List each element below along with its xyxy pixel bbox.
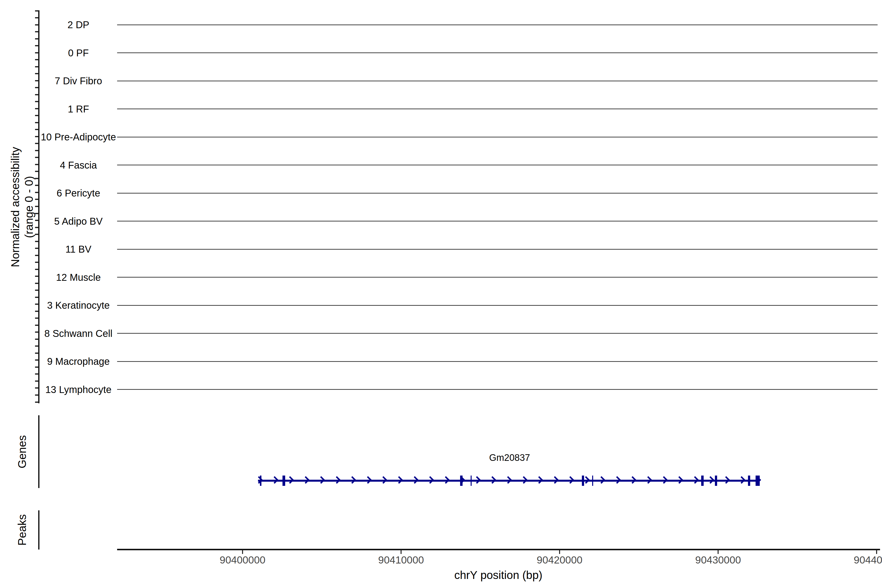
gene-direction-arrow-icon [333, 476, 340, 484]
gene-direction-arrow-icon [520, 476, 528, 484]
gene-direction-arrow-icon [598, 476, 605, 484]
gene-direction-arrow-icon [660, 476, 668, 484]
accessibility-axis-tick [35, 59, 39, 60]
track-gridline [117, 108, 878, 109]
gene-direction-arrow-icon [411, 476, 418, 484]
gene-direction-arrow-icon [271, 476, 278, 484]
accessibility-axis-tick [35, 66, 39, 68]
gene-direction-arrow-icon [722, 476, 730, 484]
gene-exon [592, 476, 593, 486]
gene-exon [282, 476, 285, 486]
accessibility-axis-tick [35, 290, 39, 291]
track-gridline [117, 52, 878, 53]
x-axis-tick [559, 550, 560, 554]
accessibility-axis-tick [35, 352, 39, 354]
browser-track-figure: Normalized accessibility (range 0 - 0) 2… [0, 0, 882, 588]
x-axis-tick-label: 90410000 [367, 554, 435, 566]
x-axis-title: chrY position (bp) [400, 568, 596, 582]
gene-direction-arrow-icon [676, 476, 683, 484]
gene-direction-arrow-icon [364, 476, 372, 484]
accessibility-axis-tick [35, 381, 39, 382]
accessibility-axis-tick [35, 129, 39, 130]
x-axis-line [117, 549, 880, 550]
track-gridline [117, 361, 878, 362]
track-gridline [117, 193, 878, 194]
track-gridline [117, 137, 878, 138]
track-gridline [117, 249, 878, 250]
gene-exon [471, 476, 472, 486]
accessibility-axis-tick [35, 297, 39, 298]
gene-direction-arrow-icon [707, 476, 714, 484]
track-label: 0 PF [24, 46, 132, 59]
x-axis-tick [242, 550, 243, 554]
accessibility-axis-tick [35, 345, 39, 346]
track-label: 9 Macrophage [24, 355, 132, 368]
x-axis-tick-label: 90420000 [525, 554, 594, 566]
track-gridline [117, 277, 878, 278]
x-axis-tick-label: 90400000 [208, 554, 277, 566]
accessibility-axis-tick [35, 157, 39, 158]
gene-direction-arrow-icon [536, 476, 543, 484]
gene-direction-arrow-icon [738, 476, 746, 484]
accessibility-axis-tick [35, 185, 39, 186]
track-label: 12 Muscle [24, 271, 132, 284]
accessibility-axis-tick [35, 318, 39, 319]
accessibility-axis-label-line2: (range 0 - 0) [22, 97, 36, 317]
track-gridline [117, 24, 878, 25]
track-label: 3 Keratinocyte [24, 299, 132, 312]
x-axis-tick-label: 90440000 [842, 554, 882, 566]
accessibility-axis-tick [35, 206, 39, 207]
gene-direction-arrow-icon [255, 476, 262, 484]
gene-direction-arrow-icon [504, 476, 512, 484]
gene-direction-arrow-icon [567, 476, 574, 484]
gene-direction-arrow-icon [380, 476, 387, 484]
x-axis-tick-label: 90430000 [684, 554, 752, 566]
gene-direction-arrow-icon [442, 476, 450, 484]
gene-exon [460, 476, 462, 486]
accessibility-axis-tick [35, 122, 39, 123]
track-gridline [117, 221, 878, 222]
genes-bracket [38, 415, 39, 488]
track-gridline [117, 81, 878, 81]
gene-direction-arrow-icon [473, 476, 481, 484]
track-label: 6 Pericyte [24, 187, 132, 200]
track-label: 7 Div Fibro [24, 75, 132, 87]
gene-exon [582, 476, 584, 486]
accessibility-axis-tick [35, 402, 39, 403]
gene-exon [748, 476, 750, 486]
accessibility-axis-label-line1: Normalized accessibility [8, 97, 22, 317]
accessibility-axis-tick [35, 150, 39, 151]
gene-direction-arrow-icon [551, 476, 559, 484]
gene-direction-arrow-icon [395, 476, 403, 484]
peaks-bracket [38, 510, 39, 549]
track-gridline [117, 305, 878, 306]
accessibility-axis-tick [35, 73, 39, 74]
accessibility-axis-tick [35, 325, 39, 326]
accessibility-axis-tick [35, 213, 39, 214]
x-axis-tick [718, 550, 718, 554]
gene-exon [260, 476, 261, 486]
gene-name-label: Gm20837 [448, 452, 571, 463]
gene-direction-arrow-icon [629, 476, 636, 484]
accessibility-axis-tick [35, 374, 39, 375]
x-axis-tick [876, 550, 877, 554]
gene-exon [715, 476, 717, 486]
accessibility-axis-tick [35, 101, 39, 102]
accessibility-axis-tick [35, 178, 39, 179]
gene-direction-arrow-icon [286, 476, 294, 484]
accessibility-axis-tick [35, 262, 39, 263]
accessibility-axis-label: Normalized accessibility (range 0 - 0) [8, 97, 36, 317]
gene-direction-arrow-icon [613, 476, 621, 484]
accessibility-axis-tick [35, 31, 39, 32]
gene-direction-arrow-icon [644, 476, 652, 484]
track-label: 5 Adipo BV [24, 215, 132, 228]
gene-direction-arrow-icon [691, 476, 699, 484]
track-label: 10 Pre-Adipocyte [24, 130, 132, 143]
accessibility-axis-tick [35, 241, 39, 242]
track-gridline [117, 165, 878, 165]
accessibility-axis-tick [35, 38, 39, 39]
gene-direction-arrow-icon [302, 476, 309, 484]
peaks-section-label: Peaks [15, 481, 29, 579]
track-label: 4 Fascia [24, 159, 132, 171]
gene-direction-arrow-icon [489, 476, 496, 484]
